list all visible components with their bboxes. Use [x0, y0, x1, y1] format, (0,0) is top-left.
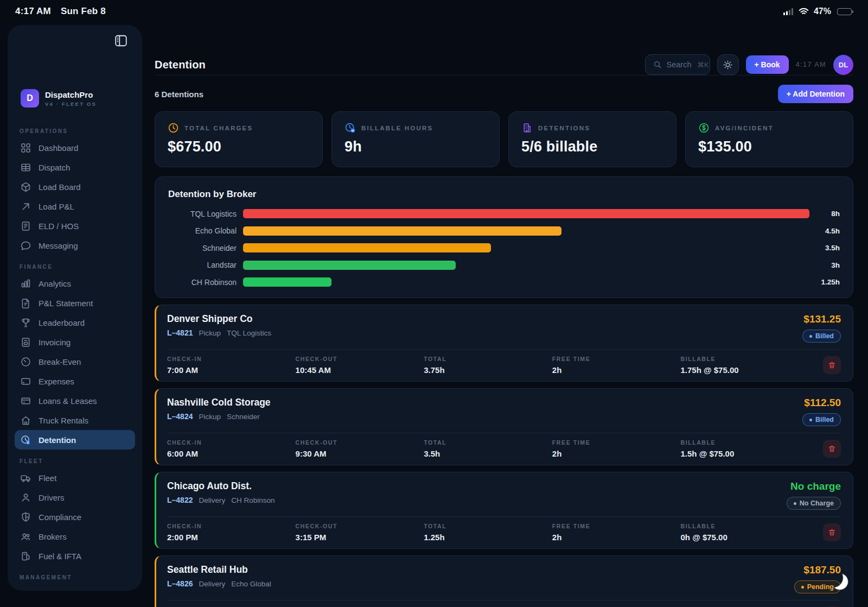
detention-card: Chicago Auto Dist. L–4822 Delivery CH Ro…: [155, 472, 853, 549]
stop-type: Delivery: [199, 580, 225, 588]
add-detention-button[interactable]: + Add Detention: [778, 85, 853, 103]
chart-bar-track: [243, 243, 809, 252]
free-time-label: FREE TIME: [552, 356, 681, 362]
detention-card: Denver Shipper Co L–4821 Pickup TQL Logi…: [155, 305, 853, 382]
delete-detention-button[interactable]: [823, 523, 841, 541]
shipper-name: Denver Shipper Co: [167, 313, 271, 325]
check-out-value: 3:15 PM: [296, 533, 424, 542]
status-badge: Billed: [802, 330, 841, 343]
sidebar-item-dispatch[interactable]: Dispatch: [15, 157, 135, 177]
billable-label: BILLABLE: [680, 523, 819, 529]
sidebar-item-compliance[interactable]: Compliance: [15, 507, 135, 527]
invoice-card-icon: [20, 337, 31, 348]
gauge-clock-icon: [20, 356, 31, 368]
trash-icon: [828, 445, 836, 453]
sidebar-item-dashboard[interactable]: Dashboard: [15, 138, 135, 157]
box-icon: [20, 181, 31, 193]
sidebar-item-detention[interactable]: ! Detention: [15, 430, 135, 450]
sun-icon: [723, 60, 733, 70]
nav-section-management: MANAGEMENT: [20, 574, 135, 580]
sidebar-collapse-icon[interactable]: [112, 31, 130, 50]
broker-name: CH Robinson: [231, 496, 275, 504]
check-in-label: CHECK-IN: [167, 356, 296, 362]
sidebar-item-load-board[interactable]: Load Board: [15, 177, 135, 197]
stop-type: Pickup: [199, 329, 221, 337]
sidebar-item-load-pl[interactable]: Load P&L: [15, 197, 135, 216]
trophy-icon: [20, 317, 31, 328]
brand-subtitle: V4 · FLEET OS: [45, 101, 97, 107]
sidebar-item-eld-hos[interactable]: ELD / HOS: [15, 216, 135, 236]
total-value: 3.5h: [424, 449, 552, 458]
chart-row: Schneider 3.5h: [168, 243, 840, 252]
load-number: L–4822: [167, 496, 193, 504]
sidebar-item-label: Drivers: [39, 493, 65, 502]
building-icon: [521, 122, 533, 134]
delete-detention-button[interactable]: [823, 440, 841, 458]
stat-value: 9h: [344, 138, 487, 155]
stat-label: TOTAL CHARGES: [184, 125, 253, 131]
check-out-label: CHECK-OUT: [296, 523, 424, 529]
check-out-value: 10:45 AM: [296, 365, 424, 375]
free-time-label: FREE TIME: [552, 439, 681, 446]
detention-amount: $187.50: [794, 564, 841, 576]
sidebar-item-label: Load P&L: [39, 202, 74, 211]
brand-name: DispatchPro: [45, 90, 97, 99]
book-button[interactable]: + Book: [746, 55, 789, 74]
sidebar-item-label: Invoicing: [39, 338, 71, 347]
sidebar-item-label: Dispatch: [39, 163, 70, 172]
sidebar-item-break-even[interactable]: Break-Even: [15, 352, 135, 371]
wifi-icon: [799, 8, 809, 15]
sidebar-item-pl-statement[interactable]: P&L Statement: [15, 293, 135, 313]
search-input[interactable]: Search ⌘K: [645, 54, 710, 75]
sidebar-item-truck-rentals[interactable]: Truck Rentals: [15, 410, 135, 430]
sidebar-item-brokers[interactable]: Brokers: [15, 527, 135, 546]
credit-card-icon: [20, 376, 31, 387]
sidebar-item-label: Detention: [39, 435, 76, 445]
sidebar-item-fuel-ifta[interactable]: Fuel & IFTA: [15, 546, 135, 566]
sidebar-item-analytics[interactable]: Analytics: [15, 274, 135, 293]
delete-detention-button[interactable]: [823, 356, 841, 374]
sidebar-item-drivers[interactable]: Drivers: [15, 488, 135, 507]
avatar[interactable]: DL: [833, 55, 853, 75]
stat-value: $675.00: [168, 138, 310, 155]
detention-by-broker-chart: Detention by Broker TQL Logistics 8h Ech…: [155, 176, 853, 298]
chart-row: Echo Global 4.5h: [168, 226, 840, 236]
search-icon: [653, 60, 662, 69]
chart-value-label: 3.5h: [809, 244, 840, 252]
nav-section-finance: FINANCE: [20, 264, 135, 270]
clock-icon: [168, 122, 179, 134]
people-icon: [20, 531, 31, 542]
total-label: TOTAL: [424, 356, 552, 362]
sidebar-item-invoicing[interactable]: Invoicing: [15, 332, 135, 352]
sidebar-item-fleet[interactable]: Fleet: [15, 468, 135, 488]
sidebar-item-maintenance[interactable]: Maintenance: [15, 584, 135, 591]
shipper-name: Nashville Cold Storage: [167, 397, 271, 408]
sidebar-item-label: Dashboard: [39, 143, 78, 153]
table-icon: [20, 162, 31, 173]
total-value: 3.75h: [424, 365, 552, 375]
chart-category-label: TQL Logistics: [168, 210, 243, 218]
nav-section-operations: OPERATIONS: [20, 128, 135, 134]
sidebar-item-expenses[interactable]: Expenses: [15, 371, 135, 391]
sidebar-item-messaging[interactable]: Messaging: [15, 236, 135, 255]
theme-toggle-button[interactable]: [717, 54, 739, 75]
svg-text:!: !: [27, 440, 28, 444]
status-badge: No Charge: [787, 497, 841, 510]
sidebar-item-label: Load Board: [39, 182, 81, 192]
home-icon: [20, 415, 31, 426]
shipper-name: Chicago Auto Dist.: [167, 480, 275, 492]
check-in-value: 6:00 AM: [167, 449, 296, 458]
sidebar-nav: OPERATIONS Dashboard Dispatch Load Board…: [8, 108, 142, 591]
billable-value: 0h @ $75.00: [680, 533, 819, 542]
free-time-value: 2h: [552, 533, 681, 542]
check-out-label: CHECK-OUT: [296, 439, 424, 446]
trend-arrow-icon: [20, 201, 31, 212]
sidebar-item-loans-leases[interactable]: Loans & Leases: [15, 391, 135, 410]
status-badge: Pending: [794, 580, 841, 593]
chart-row: Landstar 3h: [168, 261, 840, 270]
sidebar-item-leaderboard[interactable]: Leaderboard: [15, 313, 135, 332]
stat-value: 5/6 billable: [521, 138, 663, 155]
check-in-value: 7:00 AM: [167, 365, 296, 375]
shield-icon: [20, 511, 31, 523]
chart-bar: [243, 277, 331, 287]
